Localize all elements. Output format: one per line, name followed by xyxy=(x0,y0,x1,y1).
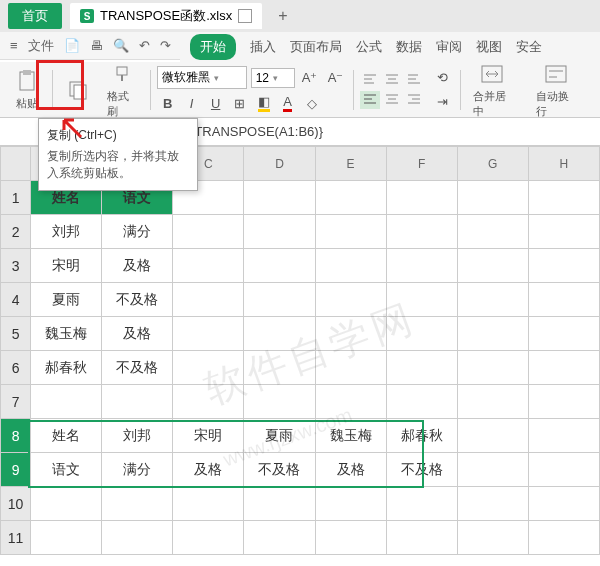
cell[interactable] xyxy=(386,283,457,317)
cell[interactable] xyxy=(528,249,599,283)
cell[interactable] xyxy=(386,249,457,283)
cell[interactable] xyxy=(386,215,457,249)
align-middle-icon[interactable] xyxy=(382,71,402,89)
align-center-icon[interactable] xyxy=(382,91,402,109)
bold-button[interactable]: B xyxy=(157,93,179,113)
row-header[interactable]: 7 xyxy=(1,385,31,419)
cell[interactable]: 不及格 xyxy=(386,453,457,487)
file-menu[interactable]: 文件 xyxy=(28,37,54,55)
cell[interactable] xyxy=(244,385,315,419)
cell[interactable]: 姓名 xyxy=(31,419,102,453)
cell[interactable] xyxy=(102,385,173,419)
cell[interactable] xyxy=(173,249,244,283)
redo-icon[interactable]: ↷ xyxy=(160,38,171,53)
row-header[interactable]: 3 xyxy=(1,249,31,283)
cell[interactable] xyxy=(315,385,386,419)
cell[interactable] xyxy=(244,487,315,521)
cell[interactable] xyxy=(173,521,244,555)
save-icon[interactable]: 📄 xyxy=(64,38,80,53)
cell[interactable] xyxy=(315,283,386,317)
home-tab[interactable]: 首页 xyxy=(8,3,62,29)
merge-center-button[interactable]: 合并居中 xyxy=(467,61,519,119)
cell[interactable] xyxy=(315,487,386,521)
format-painter[interactable]: 格式刷 xyxy=(101,61,144,119)
font-color-button[interactable]: A xyxy=(277,93,299,113)
cell[interactable] xyxy=(244,283,315,317)
wrap-text-button[interactable]: 自动换行 xyxy=(530,61,582,119)
font-name-select[interactable]: 微软雅黑▾ xyxy=(157,66,247,89)
underline-button[interactable]: U xyxy=(205,93,227,113)
cell[interactable] xyxy=(244,249,315,283)
cell[interactable] xyxy=(244,215,315,249)
col-header[interactable]: F xyxy=(386,147,457,181)
cell[interactable]: 及格 xyxy=(315,453,386,487)
tab-start[interactable]: 开始 xyxy=(190,34,236,60)
cell[interactable] xyxy=(386,385,457,419)
align-left-icon[interactable] xyxy=(360,91,380,109)
fill-color-button[interactable]: ◧ xyxy=(253,93,275,113)
col-header[interactable]: D xyxy=(244,147,315,181)
tab-view[interactable]: 视图 xyxy=(476,38,502,56)
cell[interactable] xyxy=(315,351,386,385)
cell[interactable] xyxy=(173,283,244,317)
cell[interactable]: 魏玉梅 xyxy=(315,419,386,453)
row-header[interactable]: 5 xyxy=(1,317,31,351)
preview-icon[interactable]: 🔍 xyxy=(113,38,129,53)
cell[interactable] xyxy=(457,419,528,453)
row-header[interactable]: 11 xyxy=(1,521,31,555)
tab-security[interactable]: 安全 xyxy=(516,38,542,56)
cell[interactable] xyxy=(528,215,599,249)
cell[interactable]: 满分 xyxy=(102,215,173,249)
indent-button[interactable]: ⇥ xyxy=(432,92,454,112)
tab-layout[interactable]: 页面布局 xyxy=(290,38,342,56)
formula-bar[interactable]: {=TRANSPOSE(A1:B6)} xyxy=(182,124,323,139)
row-header[interactable]: 6 xyxy=(1,351,31,385)
cell[interactable] xyxy=(31,487,102,521)
cell[interactable] xyxy=(244,317,315,351)
cell[interactable]: 及格 xyxy=(102,249,173,283)
cell[interactable] xyxy=(173,385,244,419)
cell[interactable] xyxy=(457,521,528,555)
col-header[interactable]: G xyxy=(457,147,528,181)
cell[interactable] xyxy=(457,385,528,419)
cell[interactable]: 刘邦 xyxy=(31,215,102,249)
cell[interactable] xyxy=(102,487,173,521)
cell[interactable] xyxy=(315,215,386,249)
cell[interactable] xyxy=(315,521,386,555)
col-header[interactable]: H xyxy=(528,147,599,181)
border-button[interactable]: ⊞ xyxy=(229,93,251,113)
cell[interactable] xyxy=(528,181,599,215)
tab-review[interactable]: 审阅 xyxy=(436,38,462,56)
cell[interactable] xyxy=(528,487,599,521)
cell[interactable] xyxy=(244,181,315,215)
row-header[interactable]: 8 xyxy=(1,419,31,453)
font-size-select[interactable]: 12▾ xyxy=(251,68,295,88)
cell[interactable] xyxy=(31,385,102,419)
align-bottom-icon[interactable] xyxy=(404,71,424,89)
document-tab[interactable]: S TRANSPOSE函数.xlsx xyxy=(70,3,262,29)
cell[interactable] xyxy=(457,249,528,283)
cell[interactable] xyxy=(386,521,457,555)
row-header[interactable]: 4 xyxy=(1,283,31,317)
cell[interactable]: 不及格 xyxy=(102,283,173,317)
cell[interactable] xyxy=(528,351,599,385)
select-all-corner[interactable] xyxy=(1,147,31,181)
cell[interactable]: 宋明 xyxy=(173,419,244,453)
cell[interactable]: 刘邦 xyxy=(102,419,173,453)
cell[interactable]: 不及格 xyxy=(244,453,315,487)
row-header[interactable]: 2 xyxy=(1,215,31,249)
print-icon[interactable]: 🖶 xyxy=(90,38,103,53)
cell[interactable] xyxy=(528,419,599,453)
cell[interactable] xyxy=(315,249,386,283)
cell[interactable]: 夏雨 xyxy=(31,283,102,317)
cell[interactable] xyxy=(457,351,528,385)
cell[interactable] xyxy=(528,521,599,555)
cell[interactable]: 郝春秋 xyxy=(386,419,457,453)
align-top-icon[interactable] xyxy=(360,71,380,89)
cell[interactable]: 满分 xyxy=(102,453,173,487)
cell[interactable] xyxy=(457,283,528,317)
tab-data[interactable]: 数据 xyxy=(396,38,422,56)
cell[interactable] xyxy=(173,487,244,521)
row-header[interactable]: 9 xyxy=(1,453,31,487)
cell[interactable] xyxy=(173,351,244,385)
